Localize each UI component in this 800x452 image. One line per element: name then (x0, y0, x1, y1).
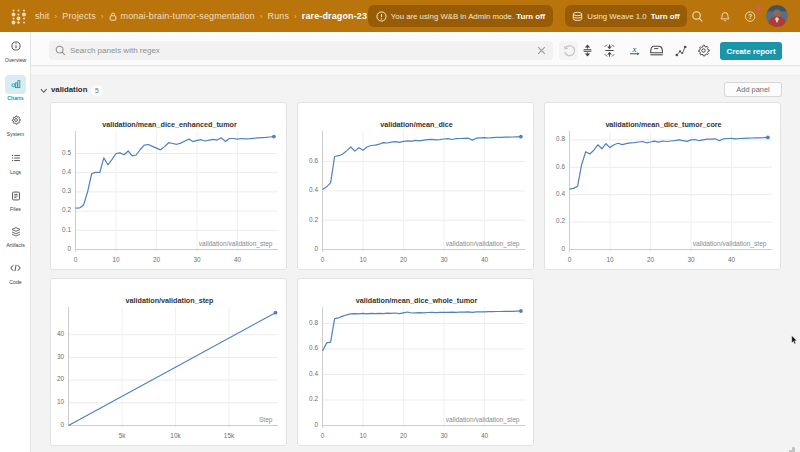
svg-text:0: 0 (321, 432, 325, 439)
svg-text:validation/mean_dice: validation/mean_dice (380, 120, 453, 129)
svg-text:40: 40 (481, 432, 489, 439)
svg-text:0: 0 (568, 256, 572, 263)
svg-text:30: 30 (687, 256, 695, 263)
svg-text:0.5: 0.5 (62, 149, 71, 156)
svg-text:40: 40 (481, 256, 489, 263)
svg-text:Step: Step (259, 416, 273, 424)
svg-text:0.6: 0.6 (309, 344, 318, 351)
svg-text:0.1: 0.1 (62, 226, 71, 233)
svg-text:validation/validation_step: validation/validation_step (446, 240, 520, 248)
svg-text:0.2: 0.2 (309, 395, 318, 402)
svg-text:0: 0 (74, 256, 78, 263)
svg-text:20: 20 (647, 256, 655, 263)
svg-text:0.4: 0.4 (309, 370, 318, 377)
svg-text:0: 0 (67, 245, 71, 252)
svg-text:x: x (632, 44, 637, 54)
svg-text:40: 40 (234, 256, 242, 263)
svg-text:validation/mean_dice_tumor_cor: validation/mean_dice_tumor_core (605, 120, 721, 129)
svg-text:0.4: 0.4 (309, 186, 318, 193)
svg-text:20: 20 (57, 375, 65, 382)
svg-text:30: 30 (440, 432, 448, 439)
svg-text:10: 10 (112, 256, 120, 263)
svg-text:0.8: 0.8 (309, 319, 318, 326)
svg-text:0.2: 0.2 (309, 216, 318, 223)
svg-text:0: 0 (314, 245, 318, 252)
svg-text:20: 20 (400, 256, 408, 263)
svg-text:10k: 10k (170, 432, 181, 439)
svg-text:0.3: 0.3 (62, 187, 71, 194)
svg-text:40: 40 (57, 330, 65, 337)
svg-text:0: 0 (314, 421, 318, 428)
svg-text:20: 20 (153, 256, 161, 263)
svg-text:0.2: 0.2 (556, 217, 565, 224)
svg-text:validation/validation_step: validation/validation_step (693, 240, 767, 248)
svg-text:0: 0 (561, 245, 565, 252)
svg-text:0: 0 (321, 256, 325, 263)
svg-text:validation/validation_step: validation/validation_step (199, 240, 273, 248)
svg-text:validation/validation_step: validation/validation_step (126, 296, 214, 305)
svg-text:0.6: 0.6 (309, 157, 318, 164)
svg-text:15k: 15k (224, 432, 235, 439)
svg-text:5k: 5k (119, 432, 127, 439)
svg-text:30: 30 (193, 256, 201, 263)
svg-text:0.4: 0.4 (556, 190, 565, 197)
svg-text:10: 10 (359, 432, 367, 439)
svg-text:30: 30 (440, 256, 448, 263)
svg-text:validation/validation_step: validation/validation_step (446, 416, 520, 424)
svg-text:validation/mean_dice_enhanced_: validation/mean_dice_enhanced_tumor (102, 120, 237, 129)
svg-text:0.4: 0.4 (62, 168, 71, 175)
svg-text:0: 0 (60, 421, 64, 428)
svg-text:10: 10 (606, 256, 614, 263)
svg-text:?: ? (748, 13, 752, 20)
svg-text:40: 40 (728, 256, 736, 263)
svg-text:0.6: 0.6 (556, 163, 565, 170)
svg-text:validation/mean_dice_whole_tum: validation/mean_dice_whole_tumor (356, 296, 478, 305)
svg-text:0.8: 0.8 (556, 135, 565, 142)
svg-text:10: 10 (57, 398, 65, 405)
svg-text:0.2: 0.2 (62, 206, 71, 213)
svg-text:10: 10 (359, 256, 367, 263)
svg-text:20: 20 (400, 432, 408, 439)
svg-text:30: 30 (57, 353, 65, 360)
